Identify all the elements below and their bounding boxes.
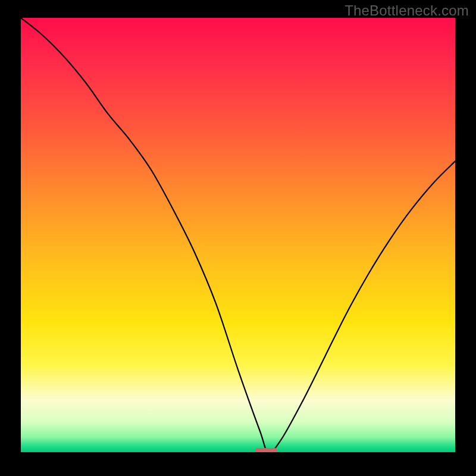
plot-area bbox=[21, 18, 455, 452]
optimal-marker bbox=[255, 448, 277, 452]
bottleneck-curve bbox=[21, 18, 455, 452]
chart-frame: TheBottleneck.com bbox=[0, 0, 476, 476]
watermark-label: TheBottleneck.com bbox=[345, 2, 469, 19]
